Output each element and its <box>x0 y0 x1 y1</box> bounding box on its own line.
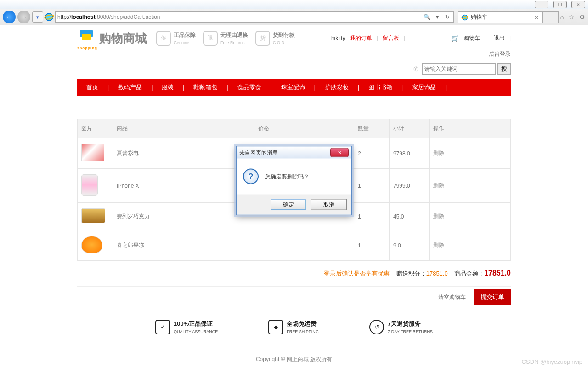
product-thumb <box>81 144 104 161</box>
dialog-cancel-button[interactable]: 取消 <box>311 199 347 210</box>
col-qty: 数量 <box>354 119 390 138</box>
nav-item[interactable]: 珠宝配饰 <box>272 83 314 92</box>
col-image: 图片 <box>78 119 113 138</box>
nav-item[interactable]: 鞋靴箱包 <box>184 83 226 92</box>
tab-close-icon[interactable]: ✕ <box>534 14 539 21</box>
product-qty: 1 <box>354 230 390 261</box>
dialog-message: 您确定要删除吗？ <box>265 172 309 180</box>
nav-item[interactable]: 食品零食 <box>228 83 271 92</box>
product-subtotal: 9.0 <box>390 230 430 261</box>
main-nav: 首页|数码产品|服装|鞋靴箱包|食品零食|珠宝配饰|护肤彩妆|图书书籍|家居饰品… <box>77 79 511 96</box>
delete-link[interactable]: 删除 <box>433 182 444 189</box>
username: hikitty <box>331 35 345 41</box>
col-name: 商品 <box>113 119 254 138</box>
nav-item[interactable]: 图书书籍 <box>359 83 401 92</box>
cart-link[interactable]: 购物车 <box>464 34 480 42</box>
delete-link[interactable]: 删除 <box>433 150 444 156</box>
product-subtotal: 9798.0 <box>390 138 430 169</box>
window-close[interactable]: ✕ <box>571 1 585 8</box>
col-op: 操作 <box>430 119 511 138</box>
badge-icon: 保 <box>156 31 171 46</box>
ie-icon <box>45 13 53 21</box>
product-name: 喜之郎果冻 <box>113 230 254 261</box>
nav-item[interactable]: 护肤彩妆 <box>316 83 358 92</box>
badge-icon: 退 <box>203 31 218 46</box>
summary-line: 登录后确认是否享有优惠 赠送积分：17851.0 商品金额：17851.0 <box>77 261 511 286</box>
nav-item[interactable]: 数码产品 <box>109 83 151 92</box>
browser-tab[interactable]: 购物车 ✕ <box>458 12 542 23</box>
search-button[interactable]: 搜 <box>497 63 511 75</box>
trust-badge: 保 正品保障Genuine <box>156 31 196 46</box>
address-bar[interactable]: http://localhost:8080/shop/addCart.actio… <box>55 12 454 23</box>
delete-link[interactable]: 删除 <box>433 213 444 219</box>
feature-item: ✓ 100%正品保证QUALITY ASSURANCE <box>155 320 218 334</box>
dropdown-button[interactable]: ▾ <box>32 12 43 23</box>
feature-icon: ✓ <box>155 320 170 334</box>
dialog-title: 来自网页的消息 <box>239 149 278 156</box>
message-board-link[interactable]: 留言板 <box>383 34 399 42</box>
search-input[interactable] <box>422 63 496 75</box>
tab-title: 购物车 <box>471 13 487 21</box>
product-subtotal: 7999.0 <box>390 169 430 203</box>
copyright: Copyright © 网上商城 版权所有 <box>77 346 511 368</box>
brand-name: 购物商城 <box>99 30 147 46</box>
home-icon[interactable]: ⌂ <box>560 13 564 21</box>
feature-item: ↺ 7天退货服务7-DAY FREE RETURNS <box>369 320 433 334</box>
forward-button[interactable]: → <box>17 11 30 23</box>
dialog-ok-button[interactable]: 确定 <box>271 199 306 210</box>
product-thumb <box>81 236 102 253</box>
nav-item[interactable]: 服装 <box>153 83 183 92</box>
product-thumb <box>81 174 98 196</box>
confirm-dialog: 来自网页的消息 ✕ ? 您确定要删除吗？ 确定 取消 <box>236 146 352 215</box>
window-minimize[interactable]: — <box>535 1 548 8</box>
logo-icon: shopping <box>77 30 96 46</box>
phone-icon: ✆ <box>413 65 419 73</box>
window-maximize[interactable]: ❐ <box>553 1 567 8</box>
badge-icon: 货 <box>255 31 270 46</box>
new-tab-button[interactable] <box>542 12 559 23</box>
product-name: 夏普彩电 <box>113 138 254 169</box>
nav-item[interactable]: 家居饰品 <box>403 83 445 92</box>
back-button[interactable]: ← <box>3 11 16 23</box>
refresh-icon[interactable]: ↻ <box>443 14 452 20</box>
favorites-icon[interactable]: ☆ <box>569 13 575 21</box>
submit-order-button[interactable]: 提交订单 <box>474 289 511 305</box>
product-name: iPhone X <box>113 169 254 203</box>
watermark: CSDN @biyezuopinvip <box>522 358 582 365</box>
clear-cart-link[interactable]: 清空购物车 <box>438 293 466 301</box>
nav-item[interactable]: 首页 <box>77 83 107 92</box>
delete-link[interactable]: 删除 <box>433 242 444 248</box>
feature-item: ◆ 全场免运费FREE SHIPPING <box>268 320 319 334</box>
trust-badge: 货 货到付款C.O.D <box>255 31 295 46</box>
feature-icon: ◆ <box>268 320 283 334</box>
feature-icon: ↺ <box>369 320 384 334</box>
product-thumb <box>81 208 105 223</box>
product-qty: 2 <box>354 138 390 169</box>
product-qty: 1 <box>354 203 390 230</box>
tools-icon[interactable]: ⚙ <box>579 13 585 21</box>
site-logo[interactable]: shopping 购物商城 <box>77 30 147 46</box>
logout-link[interactable]: 退出 <box>494 34 505 42</box>
tab-favicon-icon <box>462 14 468 20</box>
admin-login-link[interactable]: 后台登录 <box>489 51 511 57</box>
col-subtotal: 小计 <box>390 119 430 138</box>
question-icon: ? <box>243 169 259 184</box>
product-name: 费列罗巧克力 <box>113 203 254 230</box>
dialog-close-icon[interactable]: ✕ <box>330 148 349 157</box>
table-row: 喜之郎果冻 1 9.0 删除 <box>78 230 511 261</box>
product-price <box>254 230 354 261</box>
trust-badge: 退 无理由退换Free Returns <box>203 31 248 46</box>
cart-icon: 🛒 <box>451 34 459 42</box>
dropdown-icon[interactable]: ▾ <box>433 14 441 20</box>
product-qty: 1 <box>354 169 390 203</box>
col-price: 价格 <box>254 119 354 138</box>
product-subtotal: 45.0 <box>390 203 430 230</box>
my-orders-link[interactable]: 我的订单 <box>350 34 372 42</box>
search-icon[interactable]: 🔍 <box>423 14 431 20</box>
url-text: http://localhost:8080/shop/addCart.actio… <box>57 14 421 20</box>
